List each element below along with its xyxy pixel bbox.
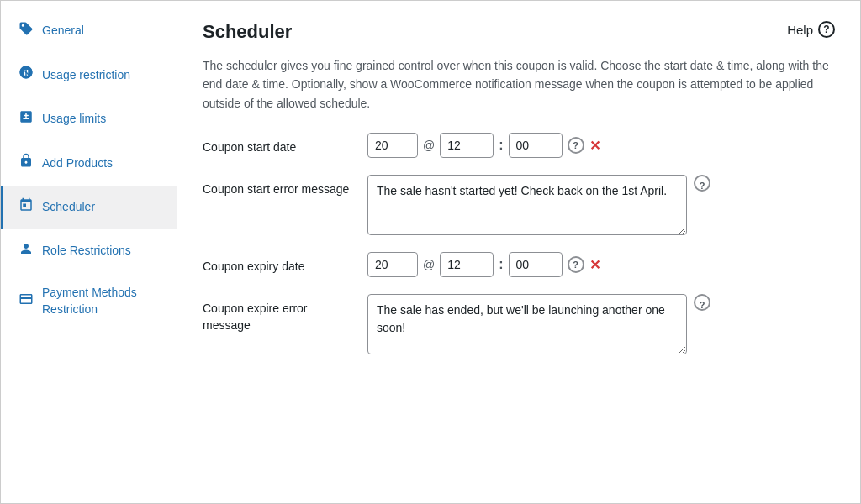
sidebar-item-role-restrictions-label: Role Restrictions bbox=[42, 243, 131, 260]
coupon-expiry-date-label: Coupon expiry date bbox=[203, 252, 354, 276]
sidebar-item-add-products[interactable]: Add Products bbox=[1, 141, 177, 185]
coupon-start-error-control: The sale hasn't started yet! Check back … bbox=[367, 175, 710, 235]
coupon-start-error-textarea[interactable]: The sale hasn't started yet! Check back … bbox=[367, 175, 687, 235]
start-date-help-icon[interactable]: ? bbox=[568, 137, 584, 154]
coupon-expiry-date-control: @ : ? ✕ bbox=[367, 252, 835, 277]
expiry-date-clear-icon[interactable]: ✕ bbox=[589, 257, 600, 273]
sidebar: General Usage restriction Usage limits bbox=[1, 1, 177, 503]
coupon-start-date-input[interactable] bbox=[367, 133, 418, 158]
main-content: Scheduler Help ? The scheduler gives you… bbox=[177, 1, 860, 503]
expiry-date-help-icon[interactable]: ? bbox=[568, 256, 584, 273]
page-title: Scheduler bbox=[203, 21, 292, 43]
start-date-clear-icon[interactable]: ✕ bbox=[589, 138, 600, 154]
sidebar-item-scheduler-label: Scheduler bbox=[42, 199, 95, 216]
coupon-expire-error-label: Coupon expire error message bbox=[203, 294, 354, 333]
coupon-expiry-minute-input[interactable] bbox=[509, 252, 563, 277]
plus-minus-icon bbox=[18, 109, 34, 129]
coupon-expiry-hour-input[interactable] bbox=[440, 252, 494, 277]
tag-icon bbox=[18, 21, 34, 41]
coupon-start-date-label: Coupon start date bbox=[203, 133, 354, 156]
person-icon bbox=[18, 241, 34, 261]
at-symbol: @ bbox=[423, 139, 435, 152]
coupon-start-error-row: Coupon start error message The sale hasn… bbox=[203, 175, 835, 235]
sidebar-item-role-restrictions[interactable]: Role Restrictions bbox=[1, 229, 177, 273]
start-error-help-icon[interactable]: ? bbox=[694, 175, 710, 192]
sidebar-item-usage-restriction[interactable]: Usage restriction bbox=[1, 53, 177, 97]
coupon-start-date-row: Coupon start date @ : ? ✕ bbox=[203, 133, 835, 158]
scheduler-description: The scheduler gives you fine grained con… bbox=[203, 56, 835, 113]
colon-symbol: : bbox=[499, 138, 503, 153]
help-label: Help bbox=[787, 23, 813, 37]
card-icon bbox=[18, 291, 34, 312]
coupon-expiry-date-row: Coupon expiry date @ : ? ✕ bbox=[203, 252, 835, 277]
sidebar-item-usage-restriction-label: Usage restriction bbox=[42, 67, 130, 84]
sidebar-item-general[interactable]: General bbox=[1, 9, 177, 53]
coupon-expire-error-row: Coupon expire error message The sale has… bbox=[203, 294, 835, 354]
coupon-start-date-control: @ : ? ✕ bbox=[367, 133, 835, 158]
ban-icon bbox=[18, 65, 34, 85]
coupon-start-error-label: Coupon start error message bbox=[203, 175, 354, 198]
help-circle-icon: ? bbox=[818, 21, 835, 38]
coupon-start-hour-input[interactable] bbox=[440, 133, 494, 158]
sidebar-item-usage-limits[interactable]: Usage limits bbox=[1, 97, 177, 141]
sidebar-item-usage-limits-label: Usage limits bbox=[42, 111, 106, 128]
calendar-icon bbox=[18, 197, 34, 218]
sidebar-item-payment-methods-restriction[interactable]: Payment Methods Restriction bbox=[1, 273, 177, 329]
colon-symbol-2: : bbox=[499, 257, 503, 272]
app-container: General Usage restriction Usage limits bbox=[0, 0, 861, 504]
expire-error-help-icon[interactable]: ? bbox=[694, 294, 710, 311]
sidebar-item-payment-methods-restriction-label: Payment Methods Restriction bbox=[42, 285, 161, 318]
coupon-start-minute-input[interactable] bbox=[509, 133, 563, 158]
coupon-expiry-date-input[interactable] bbox=[367, 252, 418, 277]
main-header: Scheduler Help ? bbox=[203, 21, 835, 43]
lock-icon bbox=[18, 153, 34, 173]
coupon-expire-error-textarea[interactable]: The sale has ended, but we'll be launchi… bbox=[367, 294, 687, 354]
sidebar-item-scheduler[interactable]: Scheduler bbox=[1, 186, 177, 229]
coupon-expire-error-control: The sale has ended, but we'll be launchi… bbox=[367, 294, 710, 354]
help-button[interactable]: Help ? bbox=[787, 21, 835, 38]
sidebar-item-general-label: General bbox=[42, 23, 84, 39]
sidebar-item-add-products-label: Add Products bbox=[42, 155, 113, 172]
at-symbol-2: @ bbox=[423, 258, 435, 271]
